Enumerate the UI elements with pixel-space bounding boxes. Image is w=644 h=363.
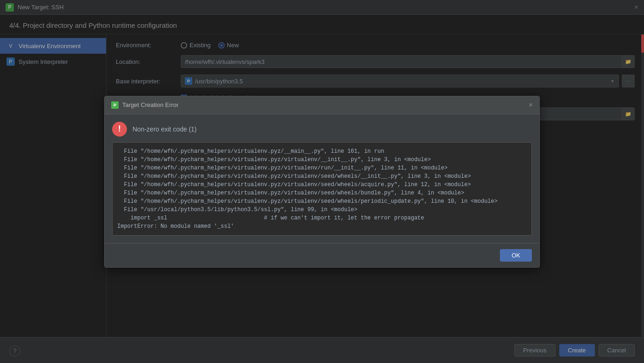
dialog-title: Target Creation Error bbox=[122, 101, 529, 108]
dialog-footer: OK bbox=[105, 243, 539, 267]
error-header: ! Non-zero exit code (1) bbox=[112, 122, 532, 137]
error-dialog-overlay: P Target Creation Error × ! Non-zero exi… bbox=[0, 0, 644, 363]
dialog-body: ! Non-zero exit code (1) File "/home/wfh… bbox=[105, 114, 539, 243]
ok-button[interactable]: OK bbox=[500, 249, 532, 262]
error-title-text: Non-zero exit code (1) bbox=[133, 125, 197, 133]
dialog-close-button[interactable]: × bbox=[529, 101, 533, 109]
dialog-title-bar: P Target Creation Error × bbox=[105, 96, 539, 114]
dialog-app-icon: P bbox=[111, 101, 119, 109]
error-icon: ! bbox=[112, 122, 127, 137]
error-dialog: P Target Creation Error × ! Non-zero exi… bbox=[104, 96, 540, 268]
error-log[interactable]: File "/home/wfh/.pycharm_helpers/virtual… bbox=[112, 142, 532, 236]
